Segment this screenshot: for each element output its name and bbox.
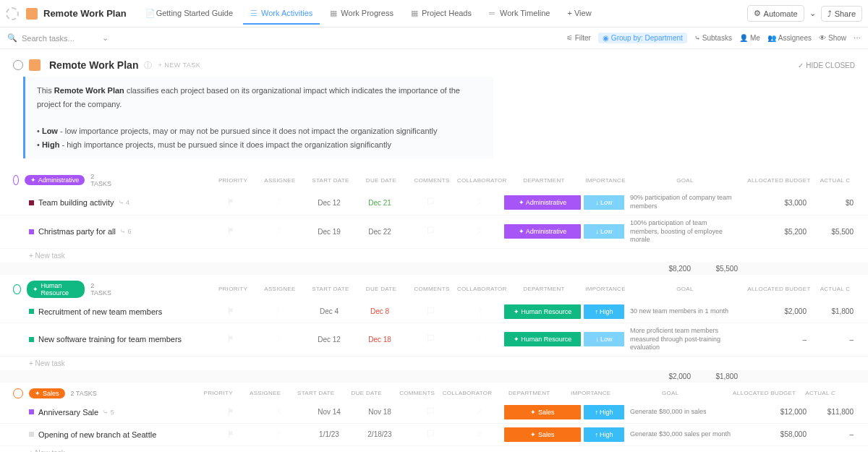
group-pill[interactable]: ✦Sales <box>29 388 65 398</box>
more-button[interactable]: ⋯ <box>854 34 861 42</box>
goal-cell[interactable]: More proficient team members measured th… <box>626 327 741 352</box>
status-dot-icon[interactable] <box>29 409 34 414</box>
actual-cost-cell[interactable]: $5,500 <box>814 228 854 236</box>
group-collapse-icon[interactable] <box>13 175 19 185</box>
importance-cell[interactable]: ↓Low <box>582 332 626 346</box>
importance-cell[interactable]: ↑High <box>582 304 626 319</box>
start-date-cell[interactable]: Dec 12 <box>304 336 354 344</box>
new-task-button[interactable]: + New task <box>0 357 868 370</box>
actual-cost-cell[interactable]: $11,800 <box>814 408 854 416</box>
due-date-cell[interactable]: 2/18/23 <box>354 430 405 438</box>
assignee-cell[interactable] <box>253 333 304 345</box>
allocated-budget-cell[interactable]: $5,200 <box>741 228 814 236</box>
allocated-budget-cell[interactable]: – <box>741 336 814 344</box>
goal-cell[interactable]: Generate $80,000 in sales <box>626 408 741 417</box>
importance-cell[interactable]: ↓Low <box>582 224 626 239</box>
tab-project-heads[interactable]: ▦Project Heads <box>404 3 479 25</box>
add-view-button[interactable]: + View <box>560 3 598 25</box>
task-row[interactable]: New software training for team members D… <box>0 323 868 357</box>
tab-work-progress[interactable]: ▦Work Progress <box>323 3 401 25</box>
importance-cell[interactable]: ↑High <box>582 405 626 419</box>
department-cell[interactable]: ✦ Human Resource <box>503 304 582 319</box>
importance-cell[interactable]: ↓Low <box>582 195 626 210</box>
goal-cell[interactable]: 90% participation of company team member… <box>626 194 741 210</box>
me-button[interactable]: 👤Me <box>739 34 760 42</box>
due-date-cell[interactable]: Dec 22 <box>354 228 405 236</box>
automate-button[interactable]: ⚙Automate <box>747 5 804 22</box>
allocated-budget-cell[interactable]: $3,000 <box>741 199 814 207</box>
actual-cost-cell[interactable]: $0 <box>814 199 854 207</box>
collaborator-cell[interactable] <box>456 406 503 418</box>
assignee-cell[interactable] <box>253 306 304 317</box>
status-dot-icon[interactable] <box>29 229 34 234</box>
status-dot-icon[interactable] <box>29 309 34 314</box>
info-icon[interactable]: ⓘ <box>144 60 152 71</box>
group-collapse-icon[interactable] <box>13 388 23 398</box>
due-date-cell[interactable]: Nov 18 <box>354 408 405 416</box>
status-dot-icon[interactable] <box>29 337 34 342</box>
start-date-cell[interactable]: Dec 4 <box>304 307 354 315</box>
show-button[interactable]: 👁Show <box>819 34 846 42</box>
tab-work-activities[interactable]: ☰Work Activities <box>243 3 320 25</box>
tab-work-timeline[interactable]: ═Work Timeline <box>482 3 557 25</box>
groupby-button[interactable]: ◉Group by: Department <box>598 33 687 43</box>
status-dot-icon[interactable] <box>29 200 34 205</box>
actual-cost-cell[interactable]: – <box>814 336 854 344</box>
assignee-cell[interactable] <box>253 226 304 237</box>
assignee-cell[interactable] <box>253 197 304 208</box>
priority-cell[interactable] <box>210 197 253 208</box>
goal-cell[interactable]: Generate $30,000 sales per month <box>626 430 741 439</box>
start-date-cell[interactable]: Dec 19 <box>304 228 354 236</box>
subtask-count[interactable]: ⤷ 6 <box>120 228 132 235</box>
department-cell[interactable]: ✦ Administrative <box>503 195 582 210</box>
status-dot-icon[interactable] <box>29 432 34 437</box>
group-pill[interactable]: ✦Human Resource <box>27 281 85 298</box>
share-button[interactable]: ⤴Share <box>821 6 862 22</box>
comments-cell[interactable] <box>405 429 456 440</box>
search-input[interactable]: 🔍Search tasks...⌄ <box>7 33 109 43</box>
subtask-count[interactable]: ⤷ 4 <box>119 199 130 206</box>
new-task-header-button[interactable]: + NEW TASK <box>158 61 200 69</box>
allocated-budget-cell[interactable]: $58,000 <box>741 430 814 438</box>
start-date-cell[interactable]: Nov 14 <box>304 408 354 416</box>
app-logo-icon[interactable] <box>6 7 19 20</box>
collaborator-cell[interactable] <box>456 197 503 208</box>
new-task-button[interactable]: + New task <box>0 249 868 263</box>
subtask-count[interactable]: ⤷ 5 <box>103 409 114 416</box>
priority-cell[interactable] <box>210 429 253 440</box>
group-pill[interactable]: ✦Administrative <box>25 175 85 185</box>
allocated-budget-cell[interactable]: $2,000 <box>741 307 814 315</box>
subtasks-button[interactable]: ⤷Subtasks <box>694 34 732 42</box>
task-row[interactable]: Recruitment of new team members Dec 4 De… <box>0 301 868 323</box>
group-collapse-icon[interactable] <box>13 284 21 294</box>
priority-cell[interactable] <box>210 406 253 418</box>
comments-cell[interactable] <box>405 226 456 237</box>
automate-dropdown[interactable]: ⌄ <box>807 6 818 21</box>
filter-button[interactable]: ⚟Filter <box>566 34 591 42</box>
collaborator-cell[interactable] <box>456 306 503 317</box>
allocated-budget-cell[interactable]: $12,000 <box>741 408 814 416</box>
new-task-button[interactable]: + New task <box>0 446 868 452</box>
department-cell[interactable]: ✦ Administrative <box>503 224 582 239</box>
priority-cell[interactable] <box>210 306 253 317</box>
collaborator-cell[interactable] <box>456 429 503 440</box>
department-cell[interactable]: ✦ Sales <box>503 405 582 419</box>
assignee-cell[interactable] <box>253 406 304 418</box>
task-row[interactable]: Team building activity⤷ 4 Dec 12 Dec 21 … <box>0 190 868 215</box>
department-cell[interactable]: ✦ Human Resource <box>503 332 582 346</box>
comments-cell[interactable] <box>405 333 456 345</box>
task-row[interactable]: Christmas party for all⤷ 6 Dec 19 Dec 22… <box>0 216 868 249</box>
assignee-cell[interactable] <box>253 429 304 440</box>
comments-cell[interactable] <box>405 406 456 418</box>
task-row[interactable]: Anniversary Sale⤷ 5 Nov 14 Nov 18 ✦ Sale… <box>0 401 868 424</box>
due-date-cell[interactable]: Dec 18 <box>354 336 405 344</box>
collaborator-cell[interactable] <box>456 333 503 345</box>
assignees-button[interactable]: 👥Assignees <box>767 34 812 42</box>
priority-cell[interactable] <box>210 333 253 345</box>
start-date-cell[interactable]: 1/1/23 <box>304 430 354 438</box>
start-date-cell[interactable]: Dec 12 <box>304 199 354 207</box>
department-cell[interactable]: ✦ Sales <box>503 427 582 442</box>
space-title[interactable]: Remote Work Plan <box>43 8 127 19</box>
comments-cell[interactable] <box>405 306 456 317</box>
due-date-cell[interactable]: Dec 21 <box>354 199 405 207</box>
